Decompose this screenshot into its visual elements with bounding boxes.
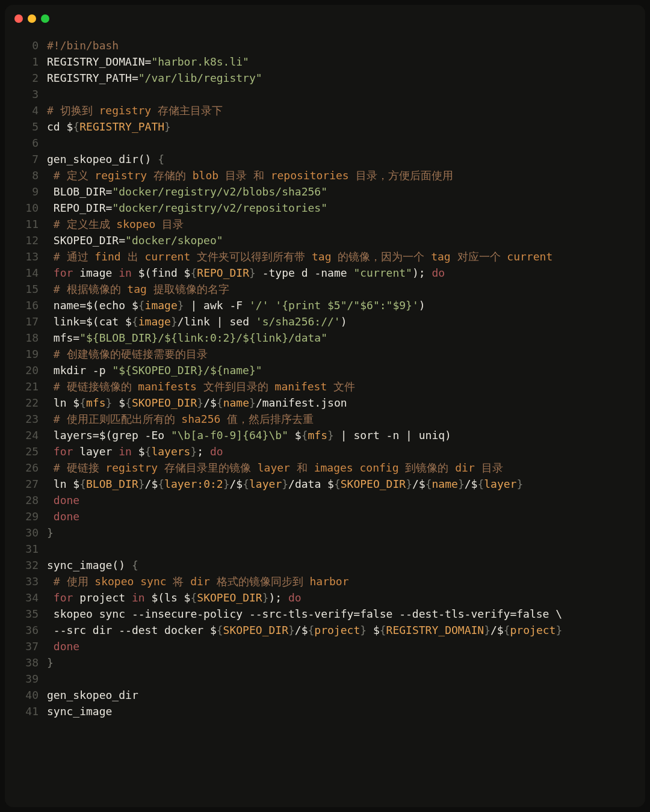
code-line[interactable]: 19 # 创建镜像的硬链接需要的目录: [17, 346, 645, 362]
code-line[interactable]: 35 skopeo sync --insecure-policy --src-t…: [17, 606, 645, 622]
code-line[interactable]: 39: [17, 671, 645, 687]
code-line[interactable]: 12 SKOPEO_DIR="docker/skopeo": [17, 232, 645, 248]
code-line[interactable]: 25 for layer in ${layers}; do: [17, 443, 645, 460]
token: /$: [230, 478, 243, 490]
line-content: # 硬链接 registry 存储目录里的镜像 layer 和 images c…: [47, 460, 503, 476]
token: {: [190, 591, 197, 604]
zoom-icon[interactable]: [41, 14, 49, 23]
token: {: [302, 429, 308, 441]
token: 到镜像的: [399, 461, 456, 474]
token: layers=$(grep -Eo: [47, 429, 171, 441]
code-line[interactable]: 1REGISTRY_DOMAIN="harbor.k8s.li": [17, 54, 645, 70]
line-number: 40: [17, 687, 47, 703]
token: REPO_DIR=: [47, 201, 112, 214]
code-line[interactable]: 2REGISTRY_PATH="/var/lib/registry": [17, 70, 645, 86]
code-line[interactable]: 11 # 定义生成 skopeo 目录: [17, 216, 645, 232]
code-line[interactable]: 5cd ${REGISTRY_PATH}: [17, 118, 645, 135]
token: for: [54, 445, 73, 458]
token: 目录，方便后面使用: [349, 169, 453, 182]
line-number: 12: [17, 232, 47, 248]
token: {: [73, 120, 79, 133]
close-icon[interactable]: [14, 14, 23, 23]
token: {: [217, 624, 223, 636]
token: $: [288, 429, 302, 441]
code-line[interactable]: 10 REPO_DIR="docker/registry/v2/reposito…: [17, 200, 645, 216]
code-line[interactable]: 16 name=$(echo ${image} | awk -F '/' '{p…: [17, 297, 645, 313]
line-number: 21: [17, 378, 47, 395]
code-line[interactable]: 21 # 硬链接镜像的 manifests 文件到目录的 manifest 文件: [17, 378, 645, 395]
token: 存储的: [147, 169, 193, 182]
token: '{print $5"/"$6":"$9}': [275, 299, 418, 312]
token: 目录 和: [218, 169, 271, 182]
token: {: [477, 478, 484, 490]
line-content: # 使用 skopeo sync 将 dir 格式的镜像同步到 harbor: [47, 573, 349, 589]
line-content: SKOPEO_DIR="docker/skopeo": [47, 232, 223, 248]
code-line[interactable]: 20 mkdir -p "${SKOPEO_DIR}/${name}": [17, 362, 645, 378]
token: gen_skopeo_dir(): [47, 153, 158, 165]
code-line[interactable]: 9 BLOB_DIR="docker/registry/v2/blobs/sha…: [17, 183, 645, 200]
code-line[interactable]: 0#!/bin/bash: [17, 37, 645, 54]
token: }: [360, 624, 367, 636]
code-line[interactable]: 28 done: [17, 492, 645, 508]
token: sync_image(): [47, 559, 132, 571]
code-line[interactable]: 33 # 使用 skopeo sync 将 dir 格式的镜像同步到 harbo…: [17, 573, 645, 589]
token: {: [504, 624, 510, 636]
token: name=$(echo $: [47, 299, 138, 312]
token: }: [197, 396, 203, 409]
line-number: 4: [17, 102, 47, 118]
token: current: [144, 250, 190, 263]
code-line[interactable]: 41sync_image: [17, 703, 645, 719]
code-line[interactable]: 15 # 根据镜像的 tag 提取镜像的名字: [17, 281, 645, 297]
code-line[interactable]: 36 --src dir --dest docker ${SKOPEO_DIR}…: [17, 622, 645, 638]
code-line[interactable]: 14 for image in $(find ${REPO_DIR} -type…: [17, 265, 645, 281]
token: ln $: [47, 478, 79, 490]
code-line[interactable]: 34 for project in $(ls ${SKOPEO_DIR}); d…: [17, 589, 645, 606]
token: }: [282, 478, 288, 490]
code-line[interactable]: 8 # 定义 registry 存储的 blob 目录 和 repositori…: [17, 167, 645, 183]
minimize-icon[interactable]: [28, 14, 36, 23]
line-content: #!/bin/bash: [47, 37, 119, 54]
token: SKOPEO_DIR: [197, 591, 262, 604]
token: {: [426, 478, 432, 490]
code-line[interactable]: 13 # 通过 find 出 current 文件夹可以得到所有带 tag 的镜…: [17, 248, 645, 265]
code-line[interactable]: 38}: [17, 654, 645, 671]
code-line[interactable]: 4# 切换到 registry 存储主目录下: [17, 102, 645, 118]
code-line[interactable]: 30}: [17, 524, 645, 541]
code-line[interactable]: 23 # 使用正则匹配出所有的 sha256 值，然后排序去重: [17, 411, 645, 427]
token: {: [308, 624, 315, 636]
token: mfs=: [47, 331, 79, 344]
code-line[interactable]: 3: [17, 86, 645, 102]
token: images config: [314, 461, 399, 474]
code-line[interactable]: 18 mfs="${BLOB_DIR}/${link:0:2}/${link}/…: [17, 330, 645, 346]
line-content: # 硬链接镜像的 manifests 文件到目录的 manifest 文件: [47, 378, 355, 395]
code-line[interactable]: 27 ln ${BLOB_DIR}/${layer:0:2}/${layer}/…: [17, 476, 645, 492]
token: /$: [145, 478, 158, 490]
token: [47, 640, 54, 653]
code-line[interactable]: 29 done: [17, 508, 645, 524]
token: REGISTRY_DOMAIN: [386, 624, 484, 636]
token: $(ls $: [145, 591, 191, 604]
code-line[interactable]: 17 link=$(cat ${image}/link | sed 's/sha…: [17, 313, 645, 330]
line-number: 39: [17, 671, 47, 687]
token: /$: [465, 478, 478, 490]
code-line[interactable]: 26 # 硬链接 registry 存储目录里的镜像 layer 和 image…: [17, 460, 645, 476]
code-line[interactable]: 32sync_image() {: [17, 557, 645, 573]
code-line[interactable]: 37 done: [17, 638, 645, 654]
token: 文件夹可以得到所有带: [190, 250, 312, 263]
line-content: done: [47, 492, 79, 508]
code-line[interactable]: 24 layers=$(grep -Eo "\b[a-f0-9]{64}\b" …: [17, 427, 645, 443]
token: {: [380, 624, 386, 636]
token: current: [507, 250, 552, 263]
token: /manifest.json: [256, 396, 347, 409]
code-area[interactable]: 0#!/bin/bash1REGISTRY_DOMAIN="harbor.k8s…: [5, 37, 645, 719]
token: SKOPEO_DIR: [341, 478, 406, 490]
code-line[interactable]: 7gen_skopeo_dir() {: [17, 151, 645, 167]
line-content: }: [47, 654, 54, 671]
code-line[interactable]: 31: [17, 541, 645, 557]
token: $: [132, 445, 145, 458]
code-line[interactable]: 22 ln ${mfs} ${SKOPEO_DIR}/${name}/manif…: [17, 395, 645, 411]
line-content: # 使用正则匹配出所有的 sha256 值，然后排序去重: [47, 411, 314, 427]
code-line[interactable]: 6: [17, 135, 645, 151]
token: # 定义生成: [47, 218, 116, 230]
code-line[interactable]: 40gen_skopeo_dir: [17, 687, 645, 703]
